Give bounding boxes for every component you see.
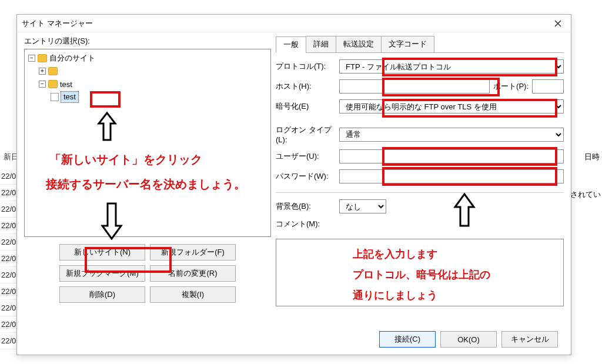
duplicate-button[interactable]: 複製(I): [150, 286, 236, 303]
separator: [276, 192, 564, 193]
left-button-grid: 新しいサイト(N) 新規フォルダー(F) 新規ブックマーク(M) 名前の変更(R…: [24, 244, 271, 303]
new-folder-button[interactable]: 新規フォルダー(F): [150, 244, 236, 261]
site-manager-dialog: サイト マネージャー エントリの選択(S): − 自分のサイト + −: [16, 14, 571, 355]
collapse-icon[interactable]: −: [28, 55, 35, 62]
entry-selection-label: エントリの選択(S):: [24, 36, 271, 46]
left-pane: エントリの選択(S): − 自分のサイト + − test: [24, 36, 271, 355]
tree-item-test-site[interactable]: test: [51, 91, 267, 103]
tree-item-test-folder[interactable]: − test: [39, 78, 267, 91]
dialog-titlebar: サイト マネージャー: [17, 15, 571, 32]
bg-header-right: 日時: [584, 152, 600, 162]
dialog-footer-buttons: 接続(C) OK(O) キャンセル: [379, 331, 558, 348]
dialog-title: サイト マネージャー: [22, 15, 93, 32]
protocol-label: プロトコル(T):: [276, 61, 339, 72]
cancel-button[interactable]: キャンセル: [501, 331, 558, 348]
close-button[interactable]: [550, 18, 566, 29]
protocol-select[interactable]: FTP - ファイル転送プロトコル: [339, 59, 564, 74]
bgcolor-select[interactable]: なし: [339, 199, 386, 213]
logon-type-label: ログオン タイプ(L):: [276, 125, 339, 144]
user-label: ユーザー(U):: [276, 151, 339, 162]
logon-type-select[interactable]: 通常: [339, 128, 564, 142]
port-label: ポート(P):: [493, 81, 529, 92]
tab-general[interactable]: 一般: [276, 36, 306, 53]
collapse-icon[interactable]: −: [39, 81, 46, 88]
folder-icon: [38, 54, 47, 62]
site-tree[interactable]: − 自分のサイト + − test test: [24, 49, 271, 237]
right-pane: 一般 詳細 転送設定 文字コード プロトコル(T): FTP - ファイル転送プ…: [271, 36, 564, 355]
tab-charset[interactable]: 文字コード: [381, 36, 434, 52]
tree-item-label: test: [60, 80, 72, 89]
settings-tabs: 一般 詳細 転送設定 文字コード: [276, 36, 564, 53]
rename-button[interactable]: 名前の変更(R): [150, 265, 236, 282]
host-label: ホスト(H):: [276, 81, 339, 92]
tree-root-label: 自分のサイト: [49, 53, 95, 64]
connect-button[interactable]: 接続(C): [379, 331, 436, 348]
folder-icon: [48, 67, 58, 75]
bgcolor-label: 背景色(B):: [276, 201, 339, 212]
expand-icon[interactable]: +: [39, 68, 46, 75]
ok-button[interactable]: OK(O): [440, 331, 497, 348]
comment-label: コメント(M):: [276, 219, 339, 229]
comment-textarea[interactable]: [276, 239, 564, 306]
folder-icon: [48, 80, 58, 88]
host-input[interactable]: [339, 79, 490, 93]
new-site-button[interactable]: 新しいサイト(N): [59, 244, 145, 261]
port-input[interactable]: [532, 79, 564, 93]
tree-selected-label[interactable]: test: [61, 92, 78, 102]
new-bookmark-button[interactable]: 新規ブックマーク(M): [59, 265, 145, 282]
encryption-label: 暗号化(E): [276, 101, 339, 112]
user-input[interactable]: [339, 149, 564, 163]
tree-item-row[interactable]: +: [39, 65, 267, 78]
encryption-select[interactable]: 使用可能なら明示的な FTP over TLS を使用: [339, 99, 564, 113]
close-icon: [554, 20, 561, 27]
tab-transfer[interactable]: 転送設定: [336, 36, 382, 52]
tab-detail[interactable]: 詳細: [306, 36, 336, 52]
delete-button[interactable]: 削除(D): [59, 286, 145, 303]
password-label: パスワード(W):: [276, 171, 339, 182]
site-icon: [51, 93, 59, 101]
tree-root-row[interactable]: − 自分のサイト: [28, 52, 267, 65]
password-input[interactable]: [339, 169, 564, 183]
